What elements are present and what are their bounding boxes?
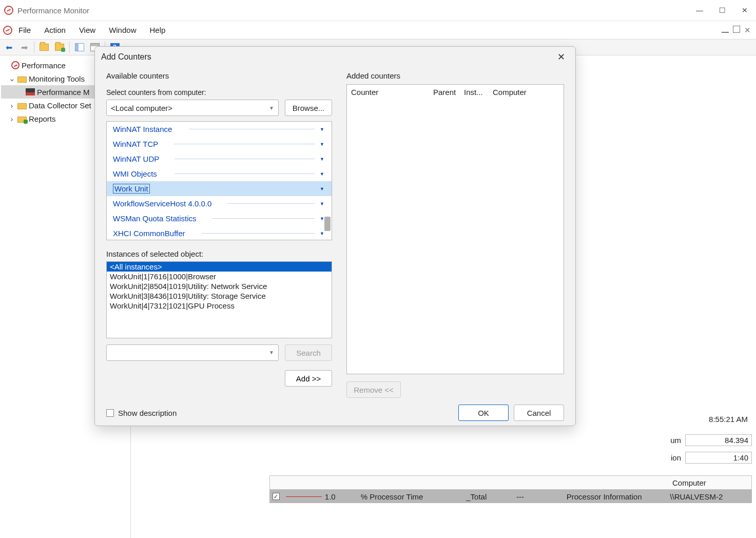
- chevron-down-icon[interactable]: ▼: [320, 216, 324, 221]
- chevron-down-icon[interactable]: ▼: [320, 186, 324, 191]
- select-from-label: Select counters from computer:: [106, 88, 332, 97]
- ok-button[interactable]: OK: [458, 405, 509, 421]
- added-list[interactable]: Counter Parent Inst... Computer: [346, 84, 564, 374]
- folder-green-icon[interactable]: [54, 42, 65, 53]
- maximize-button[interactable]: ☐: [718, 6, 726, 14]
- show-description-toggle[interactable]: Show description: [106, 409, 177, 417]
- menu-view[interactable]: View: [79, 26, 95, 34]
- computer-value: <Local computer>: [111, 104, 172, 112]
- added-header: Counter Parent Inst... Computer: [347, 85, 564, 99]
- expand-icon[interactable]: ›: [8, 101, 15, 110]
- available-counters-head: Available counters: [106, 71, 332, 80]
- separator: [34, 42, 34, 53]
- chevron-down-icon: ▼: [269, 105, 274, 111]
- minimize-button[interactable]: —: [695, 6, 704, 14]
- col-inst[interactable]: Inst...: [464, 88, 493, 97]
- menu-window[interactable]: Window: [109, 26, 136, 34]
- instance-item[interactable]: <All instances>: [107, 262, 332, 272]
- cancel-button[interactable]: Cancel: [514, 405, 564, 421]
- mdi-minimize-icon[interactable]: [722, 26, 729, 33]
- stat-label: ion: [671, 453, 681, 462]
- add-counters-dialog: Add Counters ✕ Available counters Select…: [94, 46, 576, 426]
- perfmon-icon: [26, 88, 35, 95]
- app-icon: [11, 61, 20, 69]
- titlebar: Performance Monitor — ☐ ✕: [0, 0, 756, 21]
- col-computer[interactable]: Computer: [668, 478, 751, 487]
- cell-computer: \\RUALVESM-2: [670, 492, 752, 501]
- chevron-down-icon[interactable]: ▼: [320, 142, 324, 147]
- counter-item[interactable]: WSMan Quota Statistics▼: [107, 211, 332, 226]
- col-counter[interactable]: Counter: [351, 88, 433, 97]
- instance-item[interactable]: WorkUnit|1|7616|1000|Browser: [107, 272, 332, 281]
- dialog-close-button[interactable]: ✕: [553, 49, 569, 65]
- open-folder-icon[interactable]: [38, 42, 50, 53]
- chevron-down-icon[interactable]: ▼: [320, 127, 324, 132]
- cell-scale: 1.0: [325, 492, 361, 501]
- checkbox-icon[interactable]: ✓: [273, 493, 280, 500]
- stat-value: 84.394: [685, 434, 752, 446]
- stat-value: 1:40: [685, 452, 752, 464]
- counter-item[interactable]: WinNAT TCP▼: [107, 137, 332, 151]
- counter-item[interactable]: WorkflowServiceHost 4.0.0.0▼: [107, 196, 332, 211]
- menu-help[interactable]: Help: [149, 26, 165, 34]
- counter-item[interactable]: WinNAT Instance▼: [107, 122, 332, 137]
- chevron-down-icon[interactable]: ▼: [320, 157, 324, 162]
- add-button[interactable]: Add >>: [285, 370, 332, 387]
- stat-time: 8:55:21 AM: [709, 415, 748, 424]
- app-icon: [4, 6, 13, 15]
- counter-item-selected[interactable]: Work Unit▼: [107, 181, 332, 196]
- chevron-down-icon[interactable]: ▼: [320, 231, 324, 236]
- separator: [69, 42, 70, 53]
- chevron-down-icon[interactable]: ▼: [320, 171, 324, 177]
- expand-icon[interactable]: ›: [8, 114, 15, 123]
- collapse-icon[interactable]: ⌄: [8, 74, 15, 83]
- menu-action[interactable]: Action: [44, 26, 66, 34]
- mdi-restore-icon[interactable]: [733, 26, 740, 33]
- instances-head: Instances of selected object:: [106, 249, 332, 258]
- instances-list[interactable]: <All instances> WorkUnit|1|7616|1000|Bro…: [106, 261, 332, 338]
- panel-icon[interactable]: [74, 42, 85, 53]
- window-title: Performance Monitor: [17, 6, 89, 15]
- folder-icon: [17, 117, 27, 123]
- legend-header: Computer: [269, 475, 752, 490]
- col-parent[interactable]: Parent: [433, 88, 464, 97]
- scrollbar-thumb[interactable]: [324, 217, 331, 231]
- instance-item[interactable]: WorkUnit|3|8436|1019|Utility: Storage Se…: [107, 291, 332, 301]
- legend-row[interactable]: ✓ 1.0 % Processor Time _Total --- Proces…: [269, 490, 752, 503]
- folder-icon: [17, 103, 27, 109]
- search-button: Search: [285, 344, 332, 361]
- mdi-close-icon[interactable]: ✕: [744, 26, 751, 35]
- checkbox-icon[interactable]: [106, 409, 114, 417]
- cell-instance: _Total: [466, 492, 516, 501]
- menubar: File Action View Window Help ✕: [0, 21, 756, 39]
- browse-button[interactable]: Browse...: [285, 100, 332, 116]
- instance-item[interactable]: WorkUnit|4|7312|1021|GPU Process: [107, 301, 332, 311]
- stat-label: um: [670, 436, 681, 445]
- computer-combo[interactable]: <Local computer> ▼: [106, 100, 279, 116]
- menu-file[interactable]: File: [18, 26, 31, 34]
- folder-icon: [17, 76, 27, 83]
- added-counters-head: Added counters: [346, 71, 564, 80]
- counter-item[interactable]: WMI Objects▼: [107, 166, 332, 181]
- forward-button[interactable]: ➡: [18, 42, 30, 53]
- close-button[interactable]: ✕: [741, 6, 749, 14]
- cell-object: Processor Information: [567, 492, 670, 501]
- chevron-down-icon[interactable]: ▼: [320, 201, 324, 206]
- counter-item[interactable]: XHCI CommonBuffer▼: [107, 226, 332, 240]
- cell-parent: ---: [516, 492, 567, 501]
- instance-item[interactable]: WorkUnit|2|8504|1019|Utility: Network Se…: [107, 281, 332, 291]
- dialog-titlebar: Add Counters ✕: [95, 47, 575, 67]
- search-combo[interactable]: ▼: [106, 344, 279, 361]
- remove-button: Remove <<: [346, 381, 401, 398]
- cell-counter: % Processor Time: [361, 492, 467, 501]
- col-computer[interactable]: Computer: [493, 88, 527, 97]
- color-swatch: [286, 496, 322, 497]
- back-button[interactable]: ⬅: [3, 42, 14, 53]
- dialog-title: Add Counters: [101, 52, 151, 62]
- app-icon: [3, 26, 12, 35]
- chevron-down-icon: ▼: [269, 350, 274, 355]
- show-description-label: Show description: [118, 409, 177, 417]
- counter-list[interactable]: WinNAT Instance▼ WinNAT TCP▼ WinNAT UDP▼…: [106, 121, 332, 240]
- counter-item[interactable]: WinNAT UDP▼: [107, 151, 332, 166]
